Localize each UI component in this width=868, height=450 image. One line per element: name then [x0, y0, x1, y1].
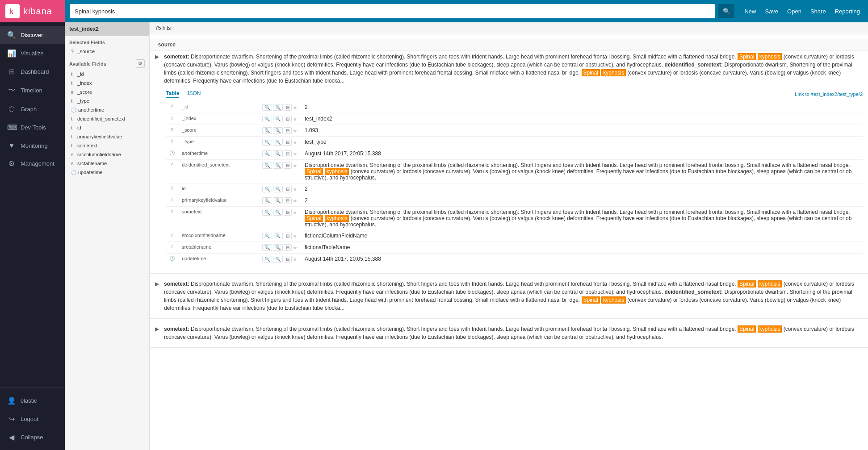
- doc1-toggle[interactable]: ▶: [155, 54, 160, 60]
- highlight-kyphosis-4: kyphosis: [325, 215, 349, 222]
- field-star[interactable]: ★: [293, 186, 298, 192]
- reporting-button[interactable]: Reporting: [832, 6, 863, 17]
- field-action-minus[interactable]: 🔍: [273, 150, 283, 157]
- field-action-plus[interactable]: 🔍: [262, 233, 272, 239]
- logo[interactable]: k kibana: [0, 0, 65, 22]
- field-action-minus[interactable]: 🔍: [273, 209, 283, 216]
- field-action-plus[interactable]: 🔍: [262, 244, 272, 251]
- search-input[interactable]: [70, 4, 715, 18]
- field-action-plus[interactable]: 🔍: [262, 127, 272, 134]
- sidebar: k kibana 🔍 Discover 📊 Visualize ⊞ Dashbo…: [0, 0, 65, 450]
- field-action-filter[interactable]: ⊟: [284, 127, 292, 134]
- sidebar-item-dashboard[interactable]: ⊞ Dashboard: [0, 62, 65, 81]
- field-star[interactable]: ★: [293, 151, 298, 157]
- field-action-filter[interactable]: ⊟: [284, 162, 292, 169]
- sidebar-item-monitoring[interactable]: ♥ Monitoring: [0, 137, 65, 154]
- field-action-plus[interactable]: 🔍: [262, 197, 272, 204]
- field-action-minus[interactable]: 🔍: [273, 186, 283, 192]
- highlight-kyphosis-7: kyphosis: [758, 325, 782, 333]
- field-action-filter[interactable]: ⊟: [284, 186, 292, 192]
- field-srccolumnfieldname[interactable]: s srccolumnfieldname: [65, 150, 149, 159]
- open-button[interactable]: Open: [784, 6, 804, 17]
- tab-json[interactable]: JSON: [186, 90, 201, 98]
- field-action-filter[interactable]: ⊟: [284, 197, 292, 204]
- field-action-plus[interactable]: 🔍: [262, 209, 272, 216]
- search-button[interactable]: 🔍: [718, 4, 734, 18]
- field-srctablename[interactable]: s srctablename: [65, 159, 149, 168]
- sidebar-item-elastic[interactable]: 👤 elastic: [0, 392, 65, 410]
- sidebar-item-visualize[interactable]: 📊 Visualize: [0, 44, 65, 62]
- management-icon: ⚙: [7, 159, 16, 168]
- fields-gear-button[interactable]: ⚙: [136, 59, 145, 68]
- field-action-minus[interactable]: 🔍: [273, 139, 283, 146]
- field-action-filter[interactable]: ⊟: [284, 244, 292, 251]
- field-action-plus[interactable]: 🔍: [262, 186, 272, 192]
- monitoring-icon: ♥: [7, 142, 16, 150]
- sidebar-item-discover[interactable]: 🔍 Discover: [0, 26, 65, 44]
- field-action-filter[interactable]: ⊟: [284, 209, 292, 216]
- field-action-filter[interactable]: ⊟: [284, 116, 292, 122]
- sidebar-item-graph[interactable]: ⬡ Graph: [0, 100, 65, 118]
- field-action-filter[interactable]: ⊟: [284, 233, 292, 239]
- field-action-minus[interactable]: 🔍: [273, 162, 283, 169]
- field-index[interactable]: t _index: [65, 79, 149, 88]
- field-action-minus[interactable]: 🔍: [273, 127, 283, 134]
- field-action-minus[interactable]: 🔍: [273, 104, 283, 111]
- field-deidentified-sometext[interactable]: t deidentified_sometext: [65, 114, 149, 123]
- doc1-table: t _id 🔍 🔍 ⊟ ★: [166, 102, 863, 265]
- field-star[interactable]: ★: [293, 245, 298, 251]
- field-star[interactable]: ★: [293, 139, 298, 146]
- field-action-filter[interactable]: ⊟: [284, 139, 292, 146]
- field-star[interactable]: ★: [293, 116, 298, 122]
- field-id2[interactable]: t id: [65, 123, 149, 132]
- field-action-minus[interactable]: 🔍: [273, 256, 283, 262]
- timelion-icon: 〜: [7, 86, 16, 95]
- field-type[interactable]: t _type: [65, 96, 149, 105]
- field-action-plus[interactable]: 🔍: [262, 256, 272, 262]
- selected-field-source[interactable]: ? _source: [65, 47, 149, 56]
- field-star[interactable]: ★: [293, 104, 298, 111]
- field-action-plus[interactable]: 🔍: [262, 104, 272, 111]
- sidebar-item-timelion[interactable]: 〜 Timelion: [0, 81, 65, 100]
- field-star[interactable]: ★: [293, 198, 298, 204]
- field-sometext[interactable]: t sometext: [65, 141, 149, 150]
- tab-table[interactable]: Table: [166, 90, 179, 98]
- field-star[interactable]: ★: [293, 209, 298, 216]
- field-action-minus[interactable]: 🔍: [273, 197, 283, 204]
- sidebar-item-collapse[interactable]: ◀ Collapse: [0, 428, 65, 446]
- devtools-icon: ⌨: [7, 123, 16, 132]
- sidebar-item-logout[interactable]: ↪ Logout: [0, 410, 65, 428]
- field-star[interactable]: ★: [293, 256, 298, 262]
- field-action-filter[interactable]: ⊟: [284, 150, 292, 157]
- field-action-plus[interactable]: 🔍: [262, 150, 272, 157]
- save-button[interactable]: Save: [762, 6, 781, 17]
- sidebar-nav: 🔍 Discover 📊 Visualize ⊞ Dashboard 〜 Tim…: [0, 22, 65, 388]
- field-action-minus[interactable]: 🔍: [273, 244, 283, 251]
- field-action-plus[interactable]: 🔍: [262, 116, 272, 122]
- doc-link[interactable]: Link to /test_index2/test_type/2: [795, 92, 863, 97]
- selected-fields-header: Selected Fields: [65, 36, 149, 47]
- share-button[interactable]: Share: [808, 6, 829, 17]
- field-anothertime[interactable]: 🕐 anothertime: [65, 105, 149, 114]
- field-score[interactable]: # _score: [65, 88, 149, 96]
- field-action-plus[interactable]: 🔍: [262, 139, 272, 146]
- field-star[interactable]: ★: [293, 162, 298, 169]
- doc3-toggle[interactable]: ▶: [155, 326, 160, 332]
- field-action-minus[interactable]: 🔍: [273, 116, 283, 122]
- sidebar-item-devtools[interactable]: ⌨ Dev Tools: [0, 118, 65, 137]
- topbar-actions: New Save Open Share Reporting: [742, 6, 863, 17]
- field-action-filter[interactable]: ⊟: [284, 256, 292, 262]
- field-updatetime[interactable]: 🕐 updatetime: [65, 168, 149, 177]
- field-primarykeyfieldvalue[interactable]: t primarykeyfieldvalue: [65, 132, 149, 141]
- sidebar-item-management[interactable]: ⚙ Management: [0, 154, 65, 173]
- field-star[interactable]: ★: [293, 233, 298, 239]
- field-action-plus[interactable]: 🔍: [262, 162, 272, 169]
- doc2-toggle[interactable]: ▶: [155, 281, 160, 287]
- index-name[interactable]: test_index2: [65, 22, 149, 36]
- field-action-filter[interactable]: ⊟: [284, 104, 292, 111]
- new-button[interactable]: New: [742, 6, 759, 17]
- left-panel: test_index2 Selected Fields ? _source Av…: [65, 22, 150, 450]
- field-star[interactable]: ★: [293, 128, 298, 134]
- field-id[interactable]: t _id: [65, 70, 149, 79]
- field-action-minus[interactable]: 🔍: [273, 233, 283, 239]
